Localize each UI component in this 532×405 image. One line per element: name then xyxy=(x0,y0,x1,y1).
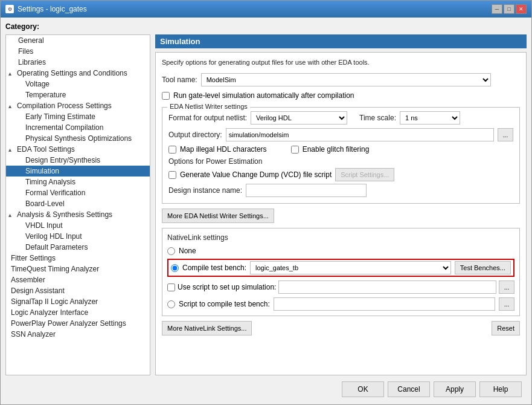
timescale-row: Time scale: 1 ns 10 ns 100 ns 1 ps 10 ps… xyxy=(359,111,460,125)
tree-item-powerplay[interactable]: PowerPlay Power Analyzer Settings xyxy=(6,318,150,329)
apply-button[interactable]: Apply xyxy=(434,381,476,397)
tree-item-general[interactable]: General xyxy=(6,35,150,46)
format-timescale-row: Format for output netlist: Verilog HDL V… xyxy=(168,111,513,125)
use-script-input[interactable] xyxy=(278,280,496,294)
format-label: Format for output netlist: xyxy=(168,114,247,122)
category-tree: General Files Libraries ▴ Operating Sett… xyxy=(5,34,150,375)
compile-bench-row: Compile test bench: logic_gates_tb Test … xyxy=(167,259,514,277)
map-illegal-checkbox[interactable] xyxy=(168,146,176,154)
script-settings-btn[interactable]: Script Settings... xyxy=(335,168,394,181)
map-illegal-label: Map illegal HDL characters xyxy=(180,145,267,154)
section-body: Specify options for generating output fi… xyxy=(155,52,527,375)
tree-item-early-timing[interactable]: Early Timing Estimate xyxy=(6,111,150,122)
tree-item-analysis[interactable]: ▴ Analysis & Synthesis Settings xyxy=(6,209,150,220)
design-instance-input[interactable] xyxy=(246,184,367,197)
output-dir-row: Output directory: simulation/modelsim ..… xyxy=(168,128,513,141)
app-icon: ⚙ xyxy=(5,5,14,13)
main-window: ⚙ Settings - logic_gates ─ □ ✕ Category:… xyxy=(0,0,532,405)
none-radio[interactable] xyxy=(167,247,175,255)
tree-item-board[interactable]: Board-Level xyxy=(6,198,150,209)
script-compile-input[interactable] xyxy=(274,297,495,311)
test-benches-btn[interactable]: Test Benches... xyxy=(455,261,511,274)
compile-bench-radio[interactable] xyxy=(171,264,179,272)
minimize-button[interactable]: ─ xyxy=(492,4,502,14)
panels: General Files Libraries ▴ Operating Sett… xyxy=(5,34,527,375)
nativelink-label: NativeLink settings xyxy=(167,233,514,242)
tree-item-files[interactable]: Files xyxy=(6,46,150,57)
title-bar-controls: ─ □ ✕ xyxy=(492,4,527,14)
tree-item-assembler[interactable]: Assembler xyxy=(6,274,150,285)
run-gate-level-checkbox[interactable] xyxy=(162,92,170,100)
bottom-buttons: OK Cancel Apply Help xyxy=(5,379,527,400)
output-dir-label: Output directory: xyxy=(168,131,222,139)
tree-item-formal[interactable]: Formal Verification xyxy=(6,187,150,198)
enable-glitch-row: Enable glitch filtering xyxy=(291,145,370,154)
tree-item-eda-label: EDA Tool Settings xyxy=(17,145,75,154)
tree-item-default-params[interactable]: Default Parameters xyxy=(6,242,150,253)
help-button[interactable]: Help xyxy=(479,381,522,397)
tree-item-temperature[interactable]: Temperature xyxy=(6,89,150,100)
power-estimation-section: Options for Power Estimation Generate Va… xyxy=(168,157,513,197)
tree-item-physical[interactable]: Physical Synthesis Optimizations xyxy=(6,133,150,144)
enable-glitch-checkbox[interactable] xyxy=(291,146,299,154)
checkboxes-row: Map illegal HDL characters Enable glitch… xyxy=(168,145,513,154)
tree-item-libraries[interactable]: Libraries xyxy=(6,57,150,68)
format-select[interactable]: Verilog HDL VHDL xyxy=(251,111,347,125)
script-compile-browse-btn[interactable]: ... xyxy=(499,297,514,311)
eda-netlist-group: EDA Netlist Writer settings Format for o… xyxy=(162,107,520,204)
design-instance-label: Design instance name: xyxy=(168,186,242,195)
script-compile-row: Script to compile test bench: ... xyxy=(167,297,514,311)
close-button[interactable]: ✕ xyxy=(516,4,527,14)
generate-vcd-label: Generate Value Change Dump (VCD) file sc… xyxy=(180,170,332,179)
more-eda-btn[interactable]: More EDA Netlist Writer Settings... xyxy=(162,209,274,223)
tree-item-operating-label: Operating Settings and Conditions xyxy=(17,69,127,77)
tree-item-compilation-label: Compilation Process Settings xyxy=(17,102,112,110)
tree-item-operating[interactable]: ▴ Operating Settings and Conditions xyxy=(6,68,150,79)
compile-bench-select[interactable]: logic_gates_tb xyxy=(250,261,451,274)
tree-item-timequest[interactable]: TimeQuest Timing Analyzer xyxy=(6,264,150,274)
use-script-row: Use script to set up simulation: ... xyxy=(167,280,514,294)
window-title: Settings - logic_gates xyxy=(18,5,87,13)
tree-item-design-entry[interactable]: Design Entry/Synthesis xyxy=(6,155,150,166)
more-nativelink-btn[interactable]: More NativeLink Settings... xyxy=(162,321,252,335)
category-label: Category: xyxy=(5,22,527,31)
tree-item-analysis-label: Analysis & Synthesis Settings xyxy=(17,210,112,219)
tree-item-incremental[interactable]: Incremental Compilation xyxy=(6,122,150,133)
time-scale-label: Time scale: xyxy=(359,114,396,122)
tree-item-verilog[interactable]: Verilog HDL Input xyxy=(6,231,150,242)
output-dir-input[interactable]: simulation/modelsim xyxy=(226,128,494,141)
tree-item-ssn[interactable]: SSN Analyzer xyxy=(6,329,150,340)
tree-item-logic-analyzer[interactable]: Logic Analyzer Interface xyxy=(6,307,150,318)
ok-button[interactable]: OK xyxy=(342,381,384,397)
tool-name-row: Tool name: ModelSim QuestaSim ModelSim-A… xyxy=(162,73,520,86)
eda-netlist-group-label: EDA Netlist Writer settings xyxy=(167,103,250,110)
tree-item-design-assistant[interactable]: Design Assistant xyxy=(6,285,150,296)
script-compile-label: Script to compile test bench: xyxy=(179,300,270,308)
collapse-icon-eda: ▴ xyxy=(8,146,16,153)
tree-item-vhdl[interactable]: VHDL Input xyxy=(6,220,150,231)
design-instance-row: Design instance name: xyxy=(168,184,513,197)
reset-btn[interactable]: Reset xyxy=(492,321,520,335)
use-script-checkbox[interactable] xyxy=(167,284,175,291)
tool-name-select[interactable]: ModelSim QuestaSim ModelSim-Altera Activ… xyxy=(201,73,491,86)
output-dir-browse-btn[interactable]: ... xyxy=(498,128,513,141)
tree-item-simulation[interactable]: Simulation xyxy=(6,166,150,177)
script-compile-radio[interactable] xyxy=(167,300,175,308)
tree-item-fitter[interactable]: Fitter Settings xyxy=(6,253,150,264)
collapse-icon-compilation: ▴ xyxy=(8,103,16,109)
run-gate-level-row: Run gate-level simulation automatically … xyxy=(162,91,520,100)
use-script-browse-btn[interactable]: ... xyxy=(499,280,514,294)
tree-item-compilation[interactable]: ▴ Compilation Process Settings xyxy=(6,100,150,111)
collapse-icon-operating: ▴ xyxy=(8,70,16,77)
tree-item-timing-analysis[interactable]: Timing Analysis xyxy=(6,177,150,187)
time-scale-select[interactable]: 1 ns 10 ns 100 ns 1 ps 10 ps 100 ps xyxy=(400,111,460,125)
generate-vcd-checkbox[interactable] xyxy=(168,171,176,179)
collapse-icon-analysis: ▴ xyxy=(8,212,16,218)
tree-item-signaltap[interactable]: SignalTap II Logic Analyzer xyxy=(6,296,150,307)
tree-item-voltage[interactable]: Voltage xyxy=(6,79,150,89)
tree-item-eda[interactable]: ▴ EDA Tool Settings xyxy=(6,144,150,155)
more-eda-row: More EDA Netlist Writer Settings... xyxy=(162,209,520,223)
title-bar: ⚙ Settings - logic_gates ─ □ ✕ xyxy=(1,1,531,18)
maximize-button[interactable]: □ xyxy=(504,4,514,14)
cancel-button[interactable]: Cancel xyxy=(388,381,430,397)
